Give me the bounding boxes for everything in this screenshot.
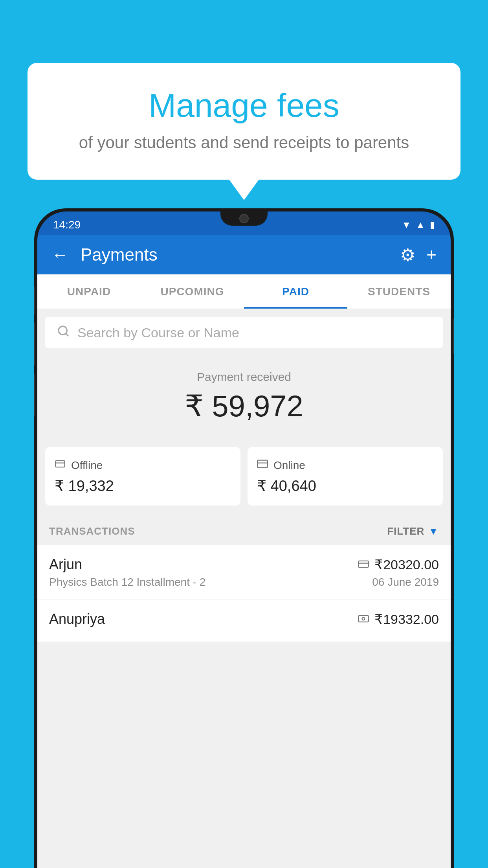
app-header: ← Payments ⚙ +	[37, 235, 451, 274]
transaction-course: Physics Batch 12 Installment - 2	[49, 576, 205, 588]
filter-button[interactable]: FILTER ▼	[387, 525, 439, 537]
svg-rect-2	[55, 461, 64, 467]
speech-bubble: Manage fees of your students and send re…	[28, 63, 460, 180]
tab-paid[interactable]: PAID	[244, 274, 347, 309]
payment-summary: Payment received ₹ 59,972	[37, 356, 451, 447]
online-card: Online ₹ 40,640	[248, 447, 443, 506]
transaction-amount-wrap: ₹19332.00	[358, 611, 439, 627]
payment-mode-icon-cash	[358, 613, 369, 625]
transaction-date: 06 June 2019	[372, 576, 439, 588]
transaction-amount: ₹19332.00	[374, 611, 439, 627]
payment-cards: Offline ₹ 19,332 Online ₹	[45, 447, 443, 506]
notch	[220, 211, 268, 226]
transactions-label: TRANSACTIONS	[49, 525, 135, 537]
payment-total-amount: ₹ 59,972	[45, 388, 443, 423]
screen-content: Search by Course or Name Payment receive…	[37, 309, 451, 868]
svg-rect-4	[257, 460, 268, 468]
filter-label: FILTER	[387, 525, 424, 537]
bubble-subtitle: of your students and send receipts to pa…	[55, 133, 433, 152]
offline-card: Offline ₹ 19,332	[45, 447, 240, 506]
transaction-name: Arjun	[49, 556, 82, 573]
volume-up-button	[34, 287, 35, 314]
transaction-name: Anupriya	[49, 611, 105, 627]
svg-rect-8	[358, 616, 369, 622]
phone-frame: 14:29 ▼ ▲ ▮ ← Payments ⚙ + UNPAID UPCOMI…	[34, 208, 454, 868]
settings-icon[interactable]: ⚙	[400, 245, 415, 265]
online-amount: ₹ 40,640	[257, 477, 433, 495]
svg-rect-6	[358, 561, 369, 567]
payment-mode-icon	[358, 558, 369, 571]
silent-button	[34, 373, 35, 417]
speech-bubble-container: Manage fees of your students and send re…	[28, 63, 460, 180]
search-placeholder: Search by Course or Name	[77, 325, 239, 340]
volume-down-button	[34, 322, 35, 366]
payment-received-label: Payment received	[45, 370, 443, 384]
search-icon	[57, 324, 70, 341]
tab-unpaid[interactable]: UNPAID	[37, 274, 141, 309]
offline-label: Offline	[71, 459, 103, 472]
phone-inner: 14:29 ▼ ▲ ▮ ← Payments ⚙ + UNPAID UPCOMI…	[37, 211, 451, 868]
svg-point-9	[362, 618, 365, 620]
transaction-row[interactable]: Arjun ₹20320.00 Physics Batch 12 Install…	[37, 545, 451, 600]
online-icon	[257, 458, 268, 473]
camera	[239, 214, 249, 223]
signal-icon: ▲	[416, 219, 425, 230]
page-title: Payments	[81, 245, 388, 265]
battery-icon: ▮	[430, 219, 435, 230]
add-button[interactable]: +	[426, 245, 437, 265]
search-bar[interactable]: Search by Course or Name	[45, 317, 443, 348]
bubble-title: Manage fees	[55, 86, 433, 125]
offline-amount: ₹ 19,332	[55, 477, 231, 495]
transactions-header: TRANSACTIONS FILTER ▼	[37, 517, 451, 545]
transaction-row[interactable]: Anupriya ₹19332.00	[37, 600, 451, 642]
online-card-header: Online	[257, 458, 433, 473]
transaction-top: Anupriya ₹19332.00	[49, 611, 439, 627]
power-button	[453, 318, 454, 354]
back-button[interactable]: ←	[51, 245, 69, 265]
wifi-icon: ▼	[402, 219, 411, 230]
tab-students[interactable]: STUDENTS	[347, 274, 451, 309]
offline-icon	[55, 458, 66, 473]
tab-upcoming[interactable]: UPCOMING	[141, 274, 244, 309]
online-label: Online	[273, 459, 305, 472]
status-time: 14:29	[53, 219, 81, 231]
transaction-amount-wrap: ₹20320.00	[358, 557, 439, 572]
transaction-bottom: Physics Batch 12 Installment - 2 06 June…	[49, 576, 439, 588]
transaction-top: Arjun ₹20320.00	[49, 556, 439, 573]
transaction-amount: ₹20320.00	[374, 557, 439, 572]
status-icons: ▼ ▲ ▮	[402, 219, 435, 230]
header-actions: ⚙ +	[400, 245, 437, 265]
svg-line-1	[66, 333, 68, 336]
filter-funnel-icon: ▼	[428, 525, 439, 537]
offline-card-header: Offline	[55, 458, 231, 473]
tabs-bar: UNPAID UPCOMING PAID STUDENTS	[37, 274, 451, 309]
